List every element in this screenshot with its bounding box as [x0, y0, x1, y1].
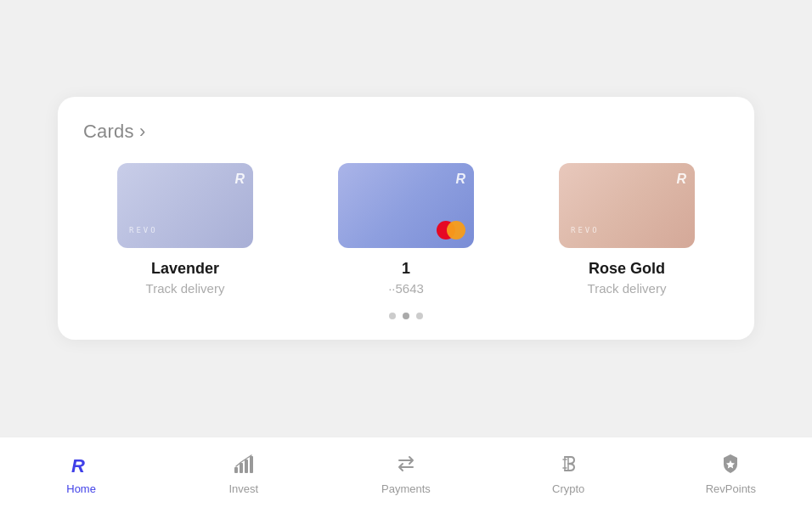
svg-rect-4 — [250, 456, 253, 473]
dot-2[interactable] — [403, 313, 409, 319]
card-visual-lavender: R REVO — [117, 163, 253, 248]
card-r-logo-rosegold: R — [676, 172, 686, 187]
card-visual-blue: R — [338, 163, 474, 248]
card-r-logo-blue: R — [455, 172, 465, 187]
card-chip-lavender: REVO — [129, 221, 158, 236]
nav-label-invest: Invest — [228, 482, 258, 495]
invest-icon — [232, 452, 256, 479]
card-sub-rosegold: Track delivery — [588, 281, 667, 296]
dot-1[interactable] — [389, 313, 396, 319]
mc-circle-right — [447, 221, 465, 240]
svg-rect-3 — [245, 459, 248, 473]
svg-text:R: R — [71, 455, 85, 476]
cards-panel: Cards › R REVO Lavender Track delivery R — [58, 97, 754, 340]
nav-label-crypto: Crypto — [552, 482, 584, 495]
card-chip-text-lavender: REVO — [129, 226, 158, 234]
svg-rect-1 — [234, 467, 238, 473]
card-item-rosegold[interactable]: R REVO Rose Gold Track delivery — [525, 163, 729, 296]
cards-header[interactable]: Cards › — [83, 121, 729, 143]
card-item-lavender[interactable]: R REVO Lavender Track delivery — [83, 163, 287, 296]
nav-label-revpoints: RevPoints — [706, 482, 756, 495]
revpoints-icon — [719, 452, 742, 479]
card-chip-rosegold: REVO — [571, 221, 600, 236]
dot-3[interactable] — [416, 313, 423, 319]
home-icon: R — [70, 452, 93, 479]
card-name-blue: 1 — [402, 260, 410, 278]
bottom-nav: R Home Invest Payments — [0, 437, 812, 513]
nav-label-payments: Payments — [381, 482, 431, 495]
nav-item-crypto[interactable]: Crypto — [534, 452, 602, 495]
svg-rect-2 — [240, 463, 243, 473]
nav-label-home: Home — [66, 482, 96, 495]
cards-title: Cards › — [83, 121, 146, 143]
mastercard-logo — [437, 221, 465, 240]
nav-item-payments[interactable]: Payments — [372, 452, 440, 495]
main-area: Cards › R REVO Lavender Track delivery R — [0, 0, 812, 437]
card-item-blue[interactable]: R 1 ··5643 — [304, 163, 508, 296]
payments-icon — [394, 452, 418, 479]
nav-item-revpoints[interactable]: RevPoints — [696, 452, 764, 495]
cards-row: R REVO Lavender Track delivery R 1 — [83, 163, 729, 296]
card-r-logo-lavender: R — [234, 172, 245, 187]
crypto-icon — [556, 452, 580, 479]
card-name-lavender: Lavender — [151, 260, 219, 278]
card-chip-text-rosegold: REVO — [571, 226, 600, 234]
nav-item-invest[interactable]: Invest — [210, 452, 278, 495]
card-visual-rosegold: R REVO — [559, 163, 695, 248]
card-sub-blue: ··5643 — [388, 281, 424, 296]
card-sub-lavender: Track delivery — [146, 281, 225, 296]
pagination-dots — [83, 313, 729, 319]
card-name-rosegold: Rose Gold — [589, 260, 665, 278]
nav-item-home[interactable]: R Home — [48, 452, 116, 495]
